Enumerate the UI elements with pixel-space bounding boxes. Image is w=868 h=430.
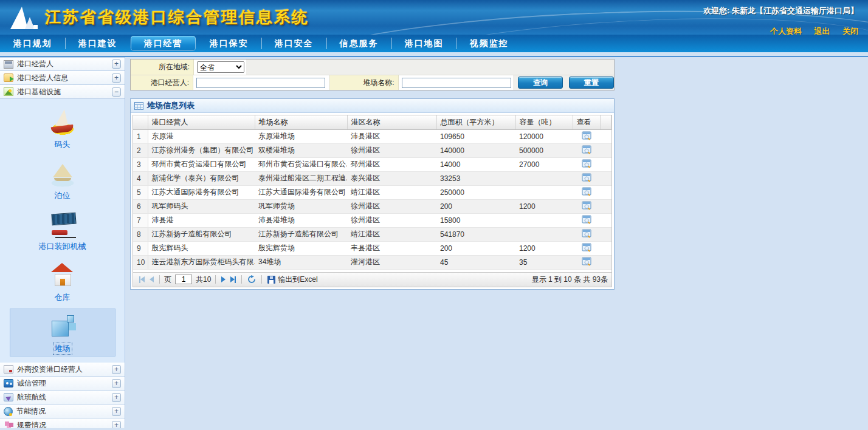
col-view: 查看 xyxy=(573,115,600,129)
nav-tab-label: 港口规划 xyxy=(13,38,52,49)
expand-toggle-button[interactable]: + xyxy=(112,73,121,83)
expand-toggle-button[interactable]: − xyxy=(112,87,121,97)
export-excel-button[interactable]: 输出到Excel xyxy=(267,275,317,285)
cell-capacity: 1200 xyxy=(515,241,573,255)
total-pages-label: 共10 xyxy=(196,275,211,285)
sidebar-group[interactable]: 港口基础设施 − xyxy=(0,85,125,99)
close-link[interactable]: 关闭 xyxy=(842,27,858,35)
col-rownum xyxy=(133,115,148,129)
cell-rownum: 3 xyxy=(133,157,148,171)
cell-zone: 泰兴港区 xyxy=(347,171,436,185)
expand-toggle-button[interactable]: + xyxy=(112,60,121,69)
cell-yard: 巩军师货场 xyxy=(255,199,347,213)
cell-filler xyxy=(600,227,611,241)
nav-tab[interactable]: 港口地图 xyxy=(391,35,456,52)
logout-link[interactable]: 退出 xyxy=(815,27,830,35)
view-detail-icon[interactable] xyxy=(582,201,591,210)
prev-page-button[interactable] xyxy=(150,276,154,282)
cell-total-area: 109650 xyxy=(436,129,515,143)
expand-toggle-button[interactable]: + xyxy=(112,379,121,388)
sidebar-group[interactable]: 外商投资港口经营人 + xyxy=(0,363,125,377)
welcome-text: 欢迎您: 朱新龙【江苏省交通运输厅港口局】 xyxy=(703,5,858,16)
yard-name-input[interactable] xyxy=(402,78,511,88)
facility-item[interactable]: 码头 xyxy=(17,105,108,152)
cell-rownum: 9 xyxy=(133,241,148,255)
cell-yard: 殷宪辉货场 xyxy=(255,241,347,255)
sidebar-group-label: 航班航线 xyxy=(17,392,112,403)
view-detail-icon[interactable] xyxy=(582,187,591,196)
view-detail-icon[interactable] xyxy=(582,131,591,140)
view-detail-icon[interactable] xyxy=(582,257,591,266)
facility-item[interactable]: 港口装卸机械 xyxy=(17,207,108,254)
cell-capacity xyxy=(515,185,573,199)
expand-toggle-button[interactable]: + xyxy=(112,365,121,374)
view-detail-icon[interactable] xyxy=(582,173,591,182)
nav-tab-label: 港口经营 xyxy=(144,38,183,49)
cell-zone: 丰县港区 xyxy=(347,241,436,255)
table-row: 4 新浦化学（泰兴）有限公司 泰州港过船港区二期工程迪... 泰兴港区 3325… xyxy=(133,171,611,185)
operator-input[interactable] xyxy=(196,78,325,88)
cell-total-area: 33253 xyxy=(436,171,515,185)
view-detail-icon[interactable] xyxy=(582,159,591,168)
yard-name-label: 堆场名称: xyxy=(329,75,398,90)
cell-zone: 靖江港区 xyxy=(347,185,436,199)
refresh-icon xyxy=(247,275,256,284)
view-detail-icon[interactable] xyxy=(582,243,591,252)
save-disk-icon xyxy=(267,276,275,284)
app-header: 江苏省省级港口综合管理信息系统 欢迎您: 朱新龙【江苏省交通运输厅港口局】 个人… xyxy=(0,0,868,35)
page-number-input[interactable] xyxy=(175,275,192,284)
nav-tab[interactable]: 港口保安 xyxy=(196,35,261,52)
berth-boat-icon xyxy=(47,159,78,188)
cell-operator: 连云港新东方国际货柜码头有限... xyxy=(148,255,255,269)
facility-item[interactable]: 堆场 xyxy=(10,309,115,356)
facility-label: 码头 xyxy=(55,139,71,150)
cell-filler xyxy=(600,199,611,213)
next-page-button[interactable] xyxy=(221,276,226,282)
nav-tab[interactable]: 港口建设 xyxy=(65,35,130,52)
cell-yard: 江苏大通国际港务有限公司 xyxy=(255,185,347,199)
sidebar-group-label: 港口基础设施 xyxy=(17,87,112,97)
sidebar-group[interactable]: 港口经营人 + xyxy=(0,57,125,71)
facility-item[interactable]: 泊位 xyxy=(17,156,108,203)
warehouse-icon xyxy=(47,261,78,290)
nav-tab[interactable]: 港口规划 xyxy=(0,35,65,52)
nav-tab[interactable]: 视频监控 xyxy=(456,35,522,52)
record-summary: 显示 1 到 10 条 共 93条 xyxy=(532,275,608,285)
facility-label: 仓库 xyxy=(55,292,71,303)
reset-button[interactable]: 重置 xyxy=(569,77,614,89)
sidebar-group[interactable]: 节能情况 + xyxy=(0,404,125,418)
facility-item[interactable]: 仓库 xyxy=(17,258,108,305)
col-operator: 港口经营人 xyxy=(148,115,255,129)
facility-label: 港口装卸机械 xyxy=(39,241,86,252)
expand-toggle-button[interactable]: + xyxy=(112,393,121,402)
cell-filler xyxy=(600,185,611,199)
expand-toggle-button[interactable]: + xyxy=(112,421,121,429)
sidebar-group[interactable]: 航班航线 + xyxy=(0,391,125,404)
first-page-button[interactable] xyxy=(139,276,145,283)
nav-tab[interactable]: 信息服务 xyxy=(326,35,391,52)
cell-operator: 江苏大通国际港务有限公司 xyxy=(148,185,255,199)
sidebar-group[interactable]: 规费情况 + xyxy=(0,418,125,428)
facility-label: 堆场 xyxy=(53,343,72,354)
query-button[interactable]: 查询 xyxy=(518,77,563,89)
profile-link[interactable]: 个人资料 xyxy=(770,27,802,35)
sidebar-group[interactable]: 港口经营人信息 + xyxy=(0,71,125,85)
refresh-button[interactable] xyxy=(247,275,256,284)
cell-total-area: 541870 xyxy=(436,227,515,241)
container-lift-icon xyxy=(47,210,78,239)
view-detail-icon[interactable] xyxy=(582,145,591,154)
sidebar-group[interactable]: 诚信管理 + xyxy=(0,377,125,391)
view-detail-icon[interactable] xyxy=(582,229,591,238)
expand-toggle-button[interactable]: + xyxy=(112,407,121,416)
region-select[interactable]: 全省 xyxy=(197,61,244,73)
view-detail-icon[interactable] xyxy=(582,215,591,224)
cell-capacity: 500000 xyxy=(515,143,573,157)
nav-tab[interactable]: 港口安全 xyxy=(261,35,326,52)
cell-yard: 34堆场 xyxy=(255,255,347,269)
last-page-button[interactable] xyxy=(230,276,236,283)
panel-title: 堆场信息列表 xyxy=(147,100,195,111)
cell-total-area: 15800 xyxy=(436,213,515,227)
cell-zone: 灌河港区 xyxy=(347,255,436,269)
sidebar-group-label: 港口经营人 xyxy=(17,59,112,69)
nav-tab[interactable]: 港口经营 xyxy=(131,36,196,51)
